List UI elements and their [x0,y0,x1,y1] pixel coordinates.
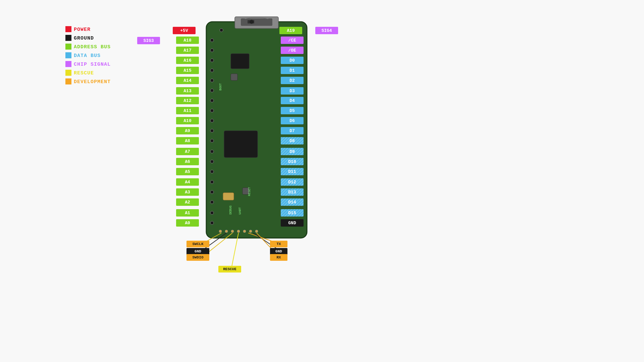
debug-pad-6 [249,230,252,233]
pin-hole [210,221,214,225]
pin-a10-text: A10 [183,118,192,123]
pin-d10-stripe [281,158,304,165]
pin-hole [210,119,214,122]
pin-a6-text: A6 [185,159,190,164]
legend-ground-label: GROUND [74,36,94,41]
debug-pad-4 [237,230,240,233]
legend-ground-swatch [65,35,71,41]
pin-d13-stripe [281,188,304,196]
pin-tx-text: TX [276,242,281,246]
legend-power-label: POWER [74,27,91,33]
pin-hole [210,59,214,62]
pin-d7-text: D7 [289,128,295,133]
debug-pad-7 [255,230,258,233]
pin-d5-text: D5 [289,108,295,113]
pin-a1-text: A1 [185,210,190,216]
pin-hole [210,69,214,72]
pin-swdio-text: SWDIO [192,255,203,259]
board-label-boot: BOOT [219,83,222,90]
pin-gnd-r-text: GND [288,221,296,226]
pin-a12-text: A12 [183,98,192,103]
pin-a13-text: A13 [183,88,192,94]
debug-pad-2 [225,230,228,233]
legend-rescue-label: RESCUE [74,70,94,76]
pin-d11-stripe [281,168,304,175]
pin-hole [210,89,214,92]
pin-rescue-bottom-text: RESCUE [223,267,236,271]
pin-label-a19-text: A19 [287,28,295,33]
pin-hole [210,150,214,153]
pin-hole [210,49,214,52]
board-label-reset: RESET [248,187,251,196]
debug-pad-3 [231,230,234,233]
pin-label-sig4-text: SIG4 [321,28,332,33]
pin-a4-text: A4 [185,180,190,185]
pin-gnd-debug-l-text: GND [195,249,201,253]
pin-a9-text: A9 [185,128,190,133]
pin-d8-stripe [281,137,304,144]
crystal [223,193,234,200]
pin-hole [210,211,214,215]
legend-chip-swatch [65,61,71,67]
pin-d15-stripe [281,209,304,217]
pin-hole [210,99,214,102]
legend-address-swatch [65,44,71,50]
pin-d0-text: D0 [289,58,295,63]
pin-a2-text: A2 [185,200,190,205]
pin-a7-text: A7 [185,149,190,154]
pin-hole [210,180,214,184]
pin-gnd-debug-r-text: GND [275,249,282,253]
legend-data-swatch [65,52,71,58]
pin-label-5v-text: +5V [180,28,188,33]
pin-hole [210,190,214,194]
pin-rx-text: RX [276,255,281,259]
pin-d12-stripe [281,178,304,186]
legend-address-label: ADDRESS BUS [74,44,111,50]
pin-hole [210,39,214,42]
diagram-svg: POWER GROUND ADDRESS BUS DATA BUS CHIP S… [0,0,644,362]
pin-a3-text: A3 [185,190,190,195]
legend-dev-label: DEVELOPMENT [74,79,111,85]
pin-ce-text: /CE [288,38,296,43]
pin-a14-text: A14 [183,78,192,83]
legend-data-label: DATA BUS [74,53,101,59]
pin-label-sig3-text: SIG3 [143,38,154,43]
pin-hole [210,109,214,112]
board-label-debug: DEBUG [229,205,232,215]
debug-pad-5 [243,230,246,233]
board-label-uart: UART [238,207,242,215]
legend-dev-swatch [65,78,71,84]
main-chip [224,131,258,158]
legend-power-swatch [65,26,71,32]
pin-d1-text: D1 [289,68,295,73]
pin-d4-text: D4 [289,98,295,103]
pin-d2-text: D2 [289,78,295,83]
pin-a16-text: A16 [183,58,192,63]
pin-hole-top [220,28,223,32]
legend-rescue-swatch [65,70,71,76]
pin-oe-text: /OE [288,48,296,53]
usb-circle [250,20,254,24]
boot-btn [231,74,237,80]
pin-a5-text: A5 [185,169,190,174]
usb-port [241,18,272,26]
pin-a15-text: A15 [183,68,192,73]
pin-hole [210,79,214,82]
debug-pad-1 [219,230,222,233]
pin-a17-text: A17 [183,48,191,53]
small-chip-top [231,54,249,69]
pin-hole [210,170,214,173]
pin-hole [210,160,214,163]
main-container: POWER GROUND ADDRESS BUS DATA BUS CHIP S… [0,0,644,362]
pin-hole [210,129,214,132]
pin-d14-stripe [281,198,304,206]
pin-a8-text: A8 [185,138,190,143]
pin-swclk-text: SWCLK [192,242,203,246]
pin-hole [210,200,214,204]
pin-hole [210,139,214,142]
pin-d9-stripe [281,148,304,155]
pin-a0-text: A0 [185,221,190,226]
pin-a18-text: A18 [183,38,192,43]
pin-d6-text: D6 [289,118,295,123]
pin-a11-text: A11 [183,108,192,113]
